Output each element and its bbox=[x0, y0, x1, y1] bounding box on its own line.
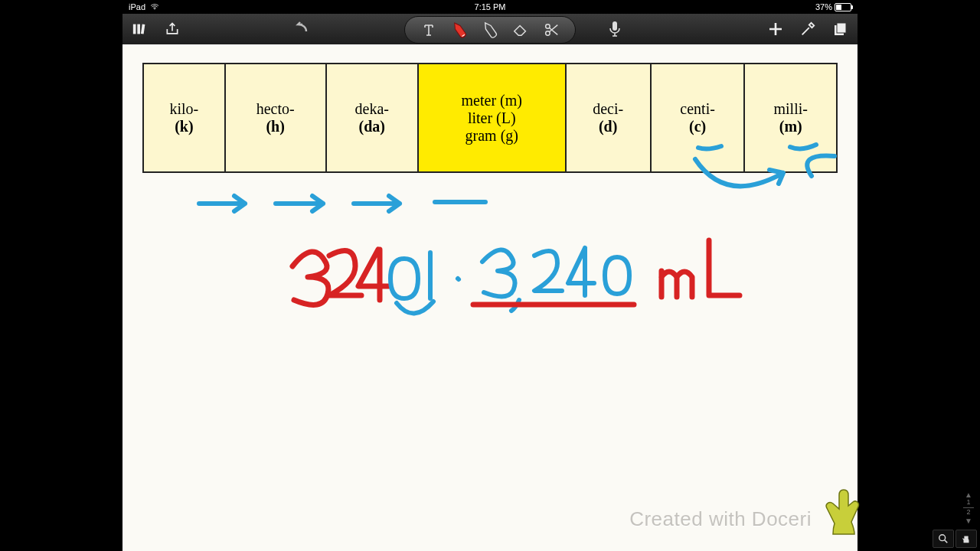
wifi-icon bbox=[150, 2, 159, 11]
pages-button[interactable] bbox=[830, 19, 850, 39]
page-indicator: ▲ 1 2 ▼ bbox=[962, 491, 975, 525]
add-button[interactable] bbox=[766, 19, 786, 39]
zoom-button[interactable] bbox=[933, 530, 954, 548]
pan-button[interactable] bbox=[956, 530, 977, 548]
mic-button[interactable] bbox=[605, 19, 625, 39]
svg-rect-0 bbox=[133, 24, 136, 34]
svg-rect-2 bbox=[141, 24, 145, 34]
library-button[interactable] bbox=[130, 19, 150, 39]
settings-button[interactable] bbox=[798, 19, 818, 39]
ipad-screen: iPad 7:15 PM 37% bbox=[122, 0, 858, 551]
ink-layer bbox=[122, 44, 858, 551]
status-bar: iPad 7:15 PM 37% bbox=[122, 0, 858, 14]
undo-button[interactable] bbox=[291, 19, 311, 39]
viewer-controls bbox=[933, 530, 977, 548]
battery-indicator: 37% bbox=[815, 2, 851, 11]
device-label: iPad bbox=[129, 2, 145, 11]
clock: 7:15 PM bbox=[475, 2, 506, 11]
whiteboard-canvas[interactable]: kilo-(k) hecto-(h) deka-(da) meter (m) l… bbox=[122, 44, 858, 551]
watermark-text: Created with Doceri bbox=[629, 507, 812, 531]
highlighter-tool-button[interactable] bbox=[476, 16, 504, 44]
svg-rect-5 bbox=[612, 21, 617, 31]
svg-rect-1 bbox=[137, 24, 140, 34]
eraser-tool-button[interactable] bbox=[511, 20, 531, 40]
pen-tool-button[interactable] bbox=[446, 16, 473, 44]
share-button[interactable] bbox=[162, 19, 182, 39]
svg-point-8 bbox=[939, 535, 946, 541]
svg-line-9 bbox=[945, 540, 948, 543]
drawing-tools bbox=[404, 16, 576, 44]
doceri-hand-icon bbox=[821, 485, 867, 542]
app-toolbar bbox=[122, 14, 858, 44]
text-tool-button[interactable] bbox=[419, 20, 439, 40]
svg-rect-7 bbox=[837, 23, 846, 33]
page-down-icon[interactable]: ▼ bbox=[962, 517, 975, 525]
scissors-tool-button[interactable] bbox=[541, 20, 561, 40]
